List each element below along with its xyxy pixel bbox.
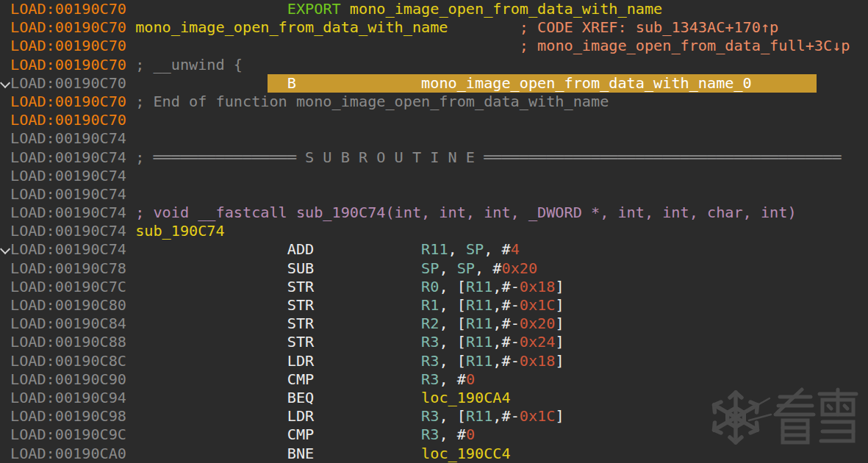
kanxue-watermark xyxy=(705,387,861,450)
listing-line[interactable]: LOAD:00190C70; __unwind { xyxy=(0,56,868,74)
listing-line[interactable]: LOAD:00190C70 ; mono_image_open_from_dat… xyxy=(0,37,868,55)
address-label: LOAD:00190C7C xyxy=(10,278,126,296)
listing-line[interactable]: LOAD:00190C7C STR R0, [R11,#-0x18] xyxy=(0,278,868,296)
address-label: LOAD:00190C88 xyxy=(10,333,126,351)
listing-line[interactable]: LOAD:00190C74 ADD R11, SP, #4 xyxy=(0,240,868,259)
listing-line[interactable]: LOAD:00190C74 xyxy=(0,167,868,185)
listing-line[interactable]: LOAD:00190C84 STR R2, [R11,#-0x20] xyxy=(0,315,868,333)
snowflake-icon xyxy=(714,392,771,442)
listing-line[interactable]: LOAD:00190C74; void __fastcall sub_190C7… xyxy=(0,204,868,222)
line-content: mono_image_open_from_data_with_name ; CO… xyxy=(135,18,778,37)
address-label: LOAD:00190C70 xyxy=(10,74,126,93)
listing-line[interactable]: LOAD:00190C8C LDR R3, [R11,#-0x18] xyxy=(0,352,868,370)
address-label: LOAD:00190C74 xyxy=(10,148,126,167)
listing-line[interactable]: LOAD:00190C70; End of function mono_imag… xyxy=(0,93,868,111)
listing-line[interactable]: LOAD:00190C74 xyxy=(0,185,868,204)
line-content: ; End of function mono_image_open_from_d… xyxy=(135,93,609,111)
listing-line[interactable]: LOAD:00190C88 STR R3, [R11,#-0x24] xyxy=(0,333,868,351)
line-content: STR R0, [R11,#-0x18] xyxy=(135,278,564,296)
address-label: LOAD:00190C8C xyxy=(10,352,126,370)
address-label: LOAD:00190C84 xyxy=(10,315,126,333)
address-label: LOAD:00190C78 xyxy=(10,259,126,278)
line-content: ADD R11, SP, #4 xyxy=(135,240,520,259)
address-label: LOAD:00190C70 xyxy=(10,18,126,37)
address-label: LOAD:00190C74 xyxy=(10,129,126,148)
address-label: LOAD:00190C70 xyxy=(10,0,126,18)
line-content: CMP R3, #0 xyxy=(135,426,475,444)
line-content: ; void __fastcall sub_190C74(int, int, i… xyxy=(135,204,796,222)
line-content: ; ════════════════ S U B R O U T I N E ═… xyxy=(135,148,841,167)
line-content: SUB SP, SP, #0x20 xyxy=(135,259,537,278)
line-content: BNE loc_190CC4 xyxy=(135,445,511,463)
line-content: LDR R3, [R11,#-0x18] xyxy=(135,352,564,370)
listing-line[interactable]: LOAD:00190C70 xyxy=(0,111,868,129)
address-label: LOAD:00190C74 xyxy=(10,167,126,185)
line-content: CMP R3, #0 xyxy=(135,370,475,389)
line-content: STR R2, [R11,#-0x20] xyxy=(135,315,564,333)
line-content: B mono_image_open_from_data_with_name_0 xyxy=(135,74,752,93)
listing-line[interactable]: LOAD:00190C70 B mono_image_open_from_dat… xyxy=(0,74,868,93)
line-content: LDR R3, [R11,#-0x1C] xyxy=(135,407,564,426)
line-content: BEQ loc_190CA4 xyxy=(135,389,511,407)
address-label: LOAD:00190C74 xyxy=(10,240,126,259)
listing-line[interactable]: LOAD:00190C70 EXPORT mono_image_open_fro… xyxy=(0,0,868,18)
collapse-chevron-icon[interactable] xyxy=(0,244,10,254)
address-label: LOAD:00190C98 xyxy=(10,407,126,426)
address-label: LOAD:00190CA0 xyxy=(10,445,126,463)
listing-line[interactable]: LOAD:00190C74 xyxy=(0,129,868,148)
line-content: ; mono_image_open_from_data_full+3C↓p xyxy=(135,37,850,55)
address-label: LOAD:00190C70 xyxy=(10,111,126,129)
address-label: LOAD:00190C80 xyxy=(10,296,126,315)
collapse-chevron-icon[interactable] xyxy=(0,78,10,88)
listing-line[interactable]: LOAD:00190C80 STR R1, [R11,#-0x1C] xyxy=(0,296,868,315)
address-label: LOAD:00190C74 xyxy=(10,204,126,222)
line-content: EXPORT mono_image_open_from_data_with_na… xyxy=(135,0,662,18)
line-content: STR R1, [R11,#-0x1C] xyxy=(135,296,564,315)
address-label: LOAD:00190C94 xyxy=(10,389,126,407)
address-label: LOAD:00190C70 xyxy=(10,37,126,55)
listing-line[interactable]: LOAD:00190C78 SUB SP, SP, #0x20 xyxy=(0,259,868,278)
address-label: LOAD:00190C70 xyxy=(10,56,126,74)
listing-line[interactable]: LOAD:00190C74; ════════════════ S U B R … xyxy=(0,148,868,167)
line-content: ; __unwind { xyxy=(135,56,243,74)
address-label: LOAD:00190C74 xyxy=(10,222,126,240)
listing-line[interactable]: LOAD:00190C74sub_190C74 xyxy=(0,222,868,240)
address-label: LOAD:00190C9C xyxy=(10,426,126,444)
line-content: sub_190C74 xyxy=(135,222,225,240)
address-label: LOAD:00190C74 xyxy=(10,185,126,204)
listing-line[interactable]: LOAD:00190C70mono_image_open_from_data_w… xyxy=(0,18,868,37)
address-label: LOAD:00190C70 xyxy=(10,93,126,111)
address-label: LOAD:00190C90 xyxy=(10,370,126,389)
line-content: STR R3, [R11,#-0x24] xyxy=(135,333,564,351)
kanxue-text xyxy=(775,390,856,442)
